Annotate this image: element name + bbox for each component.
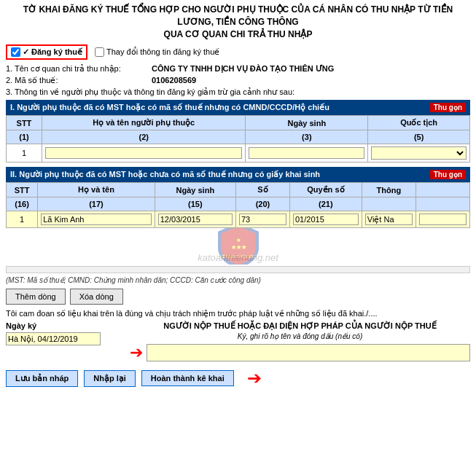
s2-num-20: (20)	[235, 197, 289, 211]
sign-right-title: NGƯỜI NỘP THUẾ hoặc ĐẠI DIỆN HỢP PHÁP CỦ…	[130, 321, 470, 331]
dang-ky-thue-checkbox[interactable]	[11, 47, 20, 57]
s2-col-stt: STT	[7, 183, 38, 197]
section1-title: I. Người phụ thuộc đã có MST hoặc có mã …	[10, 103, 329, 112]
info-label-1: 1. Tên cơ quan chi trả thu nhập:	[6, 64, 152, 74]
s2-quyenso-cell-1	[289, 211, 362, 228]
col-hoten-1: Họ và tên người phụ thuộc	[42, 116, 246, 130]
s2-extra-input-1[interactable]	[419, 214, 467, 225]
section2-header: II. Người phụ thuộc đã có MST hoặc chưa …	[6, 167, 470, 182]
s1-quoclich-cell-1: Việt Nam	[368, 144, 470, 163]
s2-ngaysinh-input-1[interactable]	[158, 214, 233, 225]
section1-table-container: STT Họ và tên người phụ thuộc Ngày sinh …	[6, 115, 470, 163]
date-label: Ngày ký	[6, 321, 122, 330]
num-2: (2)	[42, 130, 246, 144]
section2-table-container: STT Họ và tên Ngày sinh Số Quyền số Thôn…	[6, 182, 470, 228]
main-container: TỜ KHAI ĐĂNG KÝ THUẾ TỔNG HỢP CHO NGƯỜI …	[0, 0, 476, 392]
s1-ngaysinh-input-1[interactable]	[249, 147, 364, 159]
scrollbar[interactable]	[6, 266, 470, 273]
sign-left: Ngày ký	[6, 321, 122, 362]
info-label-2: 2. Mã số thuế:	[6, 76, 152, 85]
svg-text:★: ★	[236, 238, 241, 243]
s2-num-extra1	[362, 197, 415, 211]
section2-header-row: STT Họ và tên Ngày sinh Số Quyền số Thôn…	[7, 183, 470, 197]
s2-num-15: (15)	[155, 197, 235, 211]
them-dong-button[interactable]: Thêm dòng	[6, 289, 66, 305]
s2-num-extra2	[415, 197, 469, 211]
svg-text:★★★: ★★★	[230, 244, 246, 251]
watermark-text: katoanthienung.net	[198, 252, 278, 263]
s2-quyenso-input-1[interactable]	[293, 214, 359, 225]
thay-doi-label: Thay đổi thông tin đăng ký thuế	[106, 47, 219, 57]
sign-arrow-icon: ➔	[130, 343, 143, 362]
section1-table: STT Họ và tên người phụ thuộc Ngày sinh …	[6, 115, 470, 163]
bottom-arrow-icon: ➔	[247, 368, 262, 388]
sign-input-row: ➔	[130, 343, 470, 362]
section2-data-row-1: 1	[7, 211, 470, 228]
section-note: 3. Thông tin về người phụ thuộc và thông…	[6, 87, 470, 97]
col-quoclich-1: Quốc tịch	[368, 116, 470, 130]
s2-hoten-cell-1	[38, 211, 155, 228]
s2-extra-cell-1	[415, 211, 469, 228]
s2-quoclich-cell-1	[362, 211, 415, 228]
info-value-1: CÔNG TY TNHH DỊCH VỤ ĐÀO TẠO THIÊN ƯNG	[152, 64, 334, 74]
xoa-dong-button[interactable]: Xóa dòng	[70, 289, 123, 305]
bottom-buttons: Lưu bản nháp Nhập lại Hoàn thành kê khai…	[6, 368, 470, 388]
section2-collapse-btn[interactable]: Thu gọn	[430, 170, 466, 179]
s2-num-16: (16)	[7, 197, 38, 211]
commitment-text: Tôi cam đoan số liệu khai trên là đúng v…	[6, 309, 470, 318]
num-3: (3)	[246, 130, 368, 144]
checkbox-row: ✓ Đăng ký thuế Thay đổi thông tin đăng k…	[6, 44, 470, 60]
section2-num-row: (16) (17) (15) (20) (21)	[7, 197, 470, 211]
s2-so-input-1[interactable]	[239, 214, 286, 225]
s2-num-21: (21)	[289, 197, 362, 211]
s2-col-quyenso: Quyền số	[289, 183, 362, 197]
num-5: (5)	[368, 130, 470, 144]
thay-doi-checkbox[interactable]	[95, 47, 104, 57]
page-title: TỜ KHAI ĐĂNG KÝ THUẾ TỔNG HỢP CHO NGƯỜI …	[6, 4, 470, 40]
hoan-thanh-ke-khai-button[interactable]: Hoàn thành kê khai	[141, 370, 234, 386]
watermark-area: ★★★ ★ KẾ TOÁN THIÊN ƯNG katoanthienung.n…	[6, 228, 470, 265]
dang-ky-thue-checkbox-container: ✓ Đăng ký thuế	[6, 44, 87, 60]
section1-header: I. Người phụ thuộc đã có MST hoặc có mã …	[6, 100, 470, 115]
num-1: (1)	[7, 130, 42, 144]
col-ngaysinh-1: Ngày sinh	[246, 116, 368, 130]
s2-quoclich-input-1[interactable]	[365, 214, 413, 225]
s1-hoten-cell-1	[42, 144, 246, 163]
sign-section: Ngày ký NGƯỜI NỘP THUẾ hoặc ĐẠI DIỆN HỢP…	[6, 321, 470, 362]
s2-stt-1: 1	[7, 211, 38, 228]
s2-ngaysinh-cell-1	[155, 211, 235, 228]
s2-num-17: (17)	[38, 197, 155, 211]
action-buttons: Thêm dòng Xóa dòng	[6, 289, 470, 305]
s2-col-so: Số	[235, 183, 289, 197]
footer-note: (MST: Mã số thuế; CMND: Chứng minh nhân …	[6, 276, 470, 284]
section1-collapse-btn[interactable]: Thu gọn	[430, 103, 466, 112]
sign-right-sub: Ký, ghi rõ họ tên và đóng dấu (nếu có)	[130, 332, 470, 340]
date-input[interactable]	[6, 332, 101, 345]
s2-col-extra	[415, 183, 469, 197]
info-row-1: 1. Tên cơ quan chi trả thu nhập: CÔNG TY…	[6, 64, 470, 74]
col-stt-1: STT	[7, 116, 42, 130]
s1-quoclich-select-1[interactable]: Việt Nam	[371, 146, 467, 160]
s2-col-thong: Thông	[362, 183, 415, 197]
s2-col-ngaysinh: Ngày sinh	[155, 183, 235, 197]
dang-ky-thue-label: ✓ Đăng ký thuế	[23, 47, 82, 57]
s1-stt-1: 1	[7, 144, 42, 163]
s2-col-hoten: Họ và tên	[38, 183, 155, 197]
section1-num-row: (1) (2) (3) (5)	[7, 130, 470, 144]
section1-data-row-1: 1 Việt Nam	[7, 144, 470, 163]
section2-table: STT Họ và tên Ngày sinh Số Quyền số Thôn…	[6, 182, 470, 228]
thay-doi-checkbox-container: Thay đổi thông tin đăng ký thuế	[95, 47, 219, 57]
luu-ban-nhap-button[interactable]: Lưu bản nháp	[6, 370, 78, 387]
sign-right: NGƯỜI NỘP THUẾ hoặc ĐẠI DIỆN HỢP PHÁP CỦ…	[130, 321, 470, 362]
s2-hoten-input-1[interactable]	[41, 214, 152, 225]
s1-ngaysinh-cell-1	[246, 144, 368, 163]
s1-hoten-input-1[interactable]	[45, 147, 243, 159]
info-row-2: 2. Mã số thuế: 0106208569	[6, 76, 470, 85]
info-value-2: 0106208569	[152, 76, 196, 85]
s2-so-cell-1	[235, 211, 289, 228]
sign-input[interactable]	[147, 344, 470, 361]
section2-title: II. Người phụ thuộc đã có MST hoặc chưa …	[10, 170, 320, 179]
nhap-lai-button[interactable]: Nhập lại	[84, 370, 136, 387]
section1-header-row: STT Họ và tên người phụ thuộc Ngày sinh …	[7, 116, 470, 130]
